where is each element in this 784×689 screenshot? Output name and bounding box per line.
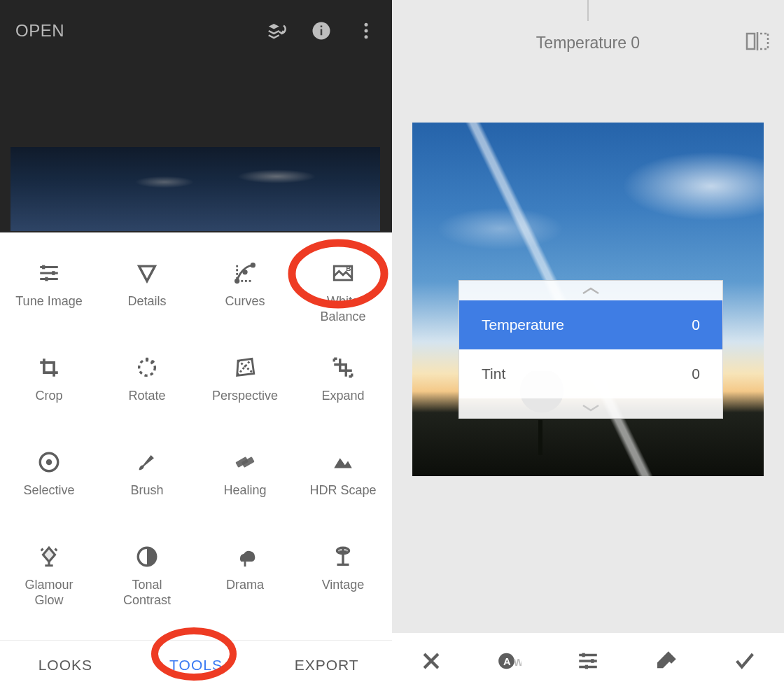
svg-point-3 bbox=[365, 23, 368, 27]
details-icon bbox=[135, 259, 159, 287]
selective-icon bbox=[37, 448, 61, 476]
tab-export[interactable]: EXPORT bbox=[261, 641, 392, 689]
crop-icon bbox=[37, 354, 61, 382]
tool-label: GlamourGlow bbox=[24, 578, 73, 608]
tool-white-balance[interactable]: BWhiteBalance bbox=[294, 259, 392, 354]
tool-label: Crop bbox=[35, 389, 62, 404]
tune-image-icon bbox=[37, 259, 61, 287]
tab-tools[interactable]: TOOLS bbox=[131, 641, 262, 689]
param-name: Tint bbox=[482, 366, 505, 382]
svg-rect-8 bbox=[45, 277, 48, 281]
svg-rect-6 bbox=[42, 265, 45, 270]
tool-details[interactable]: Details bbox=[98, 259, 196, 354]
tool-label: Perspective bbox=[212, 389, 278, 404]
tool-label: Healing bbox=[223, 483, 266, 499]
svg-rect-35 bbox=[582, 653, 585, 657]
chevron-down-icon bbox=[459, 398, 722, 418]
eyedropper-icon[interactable] bbox=[650, 645, 682, 677]
tonal-contrast-icon bbox=[135, 543, 159, 571]
slider-center-mark bbox=[587, 0, 589, 21]
healing-icon bbox=[233, 448, 257, 476]
layers-undo-icon[interactable] bbox=[266, 20, 287, 41]
parameter-readout: Temperature 0 bbox=[392, 34, 784, 53]
svg-point-4 bbox=[365, 29, 368, 33]
svg-rect-2 bbox=[321, 26, 323, 28]
svg-rect-36 bbox=[591, 659, 594, 663]
auto-white-balance-button[interactable]: AW bbox=[493, 645, 526, 677]
open-button[interactable]: OPEN bbox=[15, 21, 64, 41]
tool-label: Details bbox=[127, 294, 166, 309]
compare-icon[interactable] bbox=[745, 31, 770, 55]
tool-brush[interactable]: Brush bbox=[98, 448, 196, 543]
tool-label: Brush bbox=[130, 483, 163, 499]
tool-label: WhiteBalance bbox=[320, 294, 365, 324]
tool-label: Selective bbox=[23, 483, 74, 499]
param-row-tint[interactable]: Tint0 bbox=[459, 349, 722, 398]
tool-label: TonalContrast bbox=[123, 578, 171, 608]
svg-rect-1 bbox=[321, 29, 323, 36]
white-balance-icon: B bbox=[331, 259, 355, 287]
svg-rect-20 bbox=[244, 562, 246, 566]
tab-looks[interactable]: LOOKS bbox=[0, 641, 131, 689]
tool-tonal-contrast[interactable]: TonalContrast bbox=[98, 543, 196, 637]
tool-glamour-glow[interactable]: GlamourGlow bbox=[0, 543, 98, 637]
tools-panel: Tune ImageDetailsCurvesBWhiteBalanceCrop… bbox=[0, 232, 392, 640]
tool-expand[interactable]: Expand bbox=[294, 354, 392, 448]
tool-crop[interactable]: Crop bbox=[0, 354, 98, 448]
glamour-glow-icon bbox=[37, 543, 61, 571]
svg-text:A: A bbox=[503, 656, 511, 667]
tool-tune-image[interactable]: Tune Image bbox=[0, 259, 98, 354]
brush-icon bbox=[135, 448, 159, 476]
tool-rotate[interactable]: Rotate bbox=[98, 354, 196, 448]
tool-hdr-scape[interactable]: HDR Scape bbox=[294, 448, 392, 543]
svg-rect-37 bbox=[585, 665, 588, 669]
parameter-menu[interactable]: Temperature0Tint0 bbox=[458, 280, 723, 419]
expand-icon bbox=[331, 354, 355, 382]
param-value: 0 bbox=[692, 316, 700, 333]
svg-point-16 bbox=[46, 459, 52, 466]
tool-drama[interactable]: Drama bbox=[196, 543, 294, 637]
tool-label: Rotate bbox=[128, 389, 165, 404]
tool-label: Curves bbox=[225, 294, 265, 309]
drama-icon bbox=[233, 543, 257, 571]
tool-curves[interactable]: Curves bbox=[196, 259, 294, 354]
tool-healing[interactable]: Healing bbox=[196, 448, 294, 543]
svg-point-10 bbox=[244, 270, 247, 274]
tool-perspective[interactable]: Perspective bbox=[196, 354, 294, 448]
perspective-icon bbox=[233, 354, 257, 382]
svg-point-5 bbox=[365, 35, 368, 39]
param-name: Temperature bbox=[482, 316, 564, 333]
vintage-icon bbox=[331, 543, 355, 571]
tool-label: Tune Image bbox=[15, 294, 82, 309]
param-value: 0 bbox=[692, 366, 700, 382]
tool-selective[interactable]: Selective bbox=[0, 448, 98, 543]
svg-point-21 bbox=[337, 548, 349, 554]
tool-label: HDR Scape bbox=[309, 483, 376, 499]
svg-text:B: B bbox=[346, 265, 351, 272]
svg-text:W: W bbox=[514, 657, 522, 668]
svg-rect-7 bbox=[52, 271, 55, 275]
param-row-temperature[interactable]: Temperature0 bbox=[459, 300, 722, 349]
adjust-sliders-icon[interactable] bbox=[572, 645, 604, 677]
curves-icon bbox=[233, 259, 257, 287]
svg-rect-31 bbox=[747, 34, 755, 49]
apply-button[interactable] bbox=[729, 645, 761, 677]
info-icon[interactable] bbox=[311, 20, 332, 41]
cancel-button[interactable] bbox=[415, 645, 447, 677]
tool-label: Vintage bbox=[322, 578, 365, 593]
chevron-up-icon bbox=[459, 281, 722, 300]
more-menu-icon[interactable] bbox=[356, 20, 377, 41]
tool-label: Drama bbox=[226, 578, 264, 593]
hdr-scape-icon bbox=[331, 448, 355, 476]
tool-vintage[interactable]: Vintage bbox=[294, 543, 392, 637]
svg-point-11 bbox=[251, 263, 255, 267]
tool-label: Expand bbox=[321, 389, 364, 404]
edit-toolbar: AW bbox=[392, 633, 784, 689]
rotate-icon bbox=[135, 354, 159, 382]
